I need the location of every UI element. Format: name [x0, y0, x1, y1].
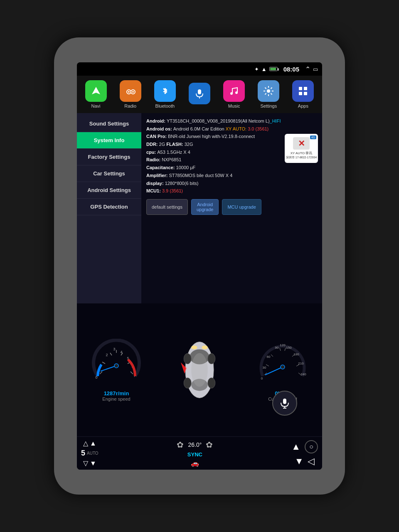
- svg-line-16: [110, 353, 112, 355]
- svg-point-4: [132, 91, 134, 93]
- sidebar-item-gps[interactable]: GPS Detection: [77, 199, 141, 215]
- mcu-row: MCU1: 3.9 (3561): [146, 187, 317, 195]
- info-buttons: default settings Androidupgrade MCU upgr…: [146, 199, 317, 215]
- android-row: Android: YT3518CH_00008_V008_20190819(Al…: [146, 117, 317, 125]
- svg-text:240: 240: [300, 372, 306, 376]
- amp-row: Amplifier: ST7850MOS bile duct 50W X 4: [146, 172, 317, 180]
- svg-line-46: [285, 348, 286, 351]
- window-icon: ▭: [313, 66, 318, 72]
- svg-text:3: 3: [113, 347, 115, 351]
- svg-line-29: [101, 366, 116, 371]
- nav-bar: Navi Radio: [77, 76, 322, 113]
- temperature-display: 26.0°: [188, 441, 202, 448]
- ac-up-small-btn[interactable]: △: [83, 439, 88, 447]
- signal-icon: ▲: [261, 66, 267, 72]
- nav-down-btn[interactable]: ▼: [295, 456, 304, 467]
- svg-text:30: 30: [263, 366, 266, 369]
- svg-line-45: [280, 348, 281, 351]
- svg-text:60: 60: [267, 355, 271, 359]
- fan-left-icon[interactable]: ✿: [177, 440, 184, 450]
- svg-point-2: [128, 91, 130, 93]
- nav-item-mic[interactable]: [189, 83, 210, 106]
- car-bottom-icon: 🚗: [191, 459, 199, 467]
- nav-up-btn[interactable]: ▲: [291, 441, 300, 452]
- clock: 08:05: [283, 66, 299, 73]
- engine-speed-gauge: 0 1 2 3 4 5 6 7: [91, 339, 141, 401]
- svg-point-35: [184, 353, 191, 364]
- 4g-label: 4G: [310, 135, 316, 139]
- svg-text:120: 120: [280, 343, 286, 347]
- dashboard-mic-button[interactable]: [272, 391, 297, 416]
- sidebar-item-factory[interactable]: Factory Settings: [77, 149, 141, 165]
- svg-text:2: 2: [106, 353, 108, 357]
- svg-text:210: 210: [298, 362, 304, 365]
- speed-gauge-visual: 0 30 60 90 120 150 180 210 240: [258, 339, 308, 389]
- status-bar: ✦ ▲ 08:05 ⌃ ▭: [77, 62, 322, 76]
- xy-contact: 深圳市 17-8622-172934: [286, 155, 317, 160]
- apps-icon: [292, 80, 314, 102]
- sidebar-item-car[interactable]: Car Settings: [77, 165, 141, 182]
- nav-item-music[interactable]: Music: [223, 80, 245, 108]
- sidebar-item-system[interactable]: System Info: [77, 132, 141, 149]
- svg-rect-13: [304, 92, 307, 95]
- default-settings-button[interactable]: default settings: [146, 199, 188, 215]
- ac-down-small-btn[interactable]: ▽: [83, 459, 88, 467]
- home-button[interactable]: ○: [305, 440, 318, 453]
- svg-text:90: 90: [275, 346, 279, 350]
- nav-item-apps[interactable]: Apps: [292, 80, 314, 108]
- settings-label: Settings: [260, 103, 277, 108]
- svg-line-14: [100, 372, 102, 374]
- engine-speed-label: Engine speed: [102, 397, 130, 401]
- svg-text:0: 0: [261, 377, 263, 380]
- back-btn[interactable]: ◁: [308, 456, 315, 467]
- svg-marker-0: [92, 87, 100, 94]
- android-upgrade-button[interactable]: Androidupgrade: [191, 199, 219, 215]
- svg-line-44: [271, 355, 273, 357]
- xy-brand: XY AUTO·掌讯: [291, 151, 313, 155]
- svg-point-30: [114, 364, 118, 368]
- mcu-upgrade-button[interactable]: MCU upgrade: [222, 199, 261, 215]
- dashboard: 0 1 2 3 4 5 6 7: [77, 303, 322, 436]
- svg-point-37: [184, 378, 191, 388]
- sidebar-item-android[interactable]: Android Settings: [77, 182, 141, 199]
- auto-label: AUTO: [87, 451, 99, 456]
- bluetooth-label: Bluetooth: [155, 103, 175, 108]
- svg-point-34: [191, 353, 208, 387]
- svg-line-15: [102, 362, 105, 364]
- nav-item-bluetooth[interactable]: Bluetooth: [154, 80, 176, 108]
- svg-point-38: [208, 378, 215, 388]
- svg-point-60: [281, 365, 285, 369]
- svg-point-40: [202, 346, 207, 350]
- svg-text:180: 180: [293, 352, 299, 356]
- nav-item-radio[interactable]: Radio: [120, 80, 141, 108]
- svg-rect-5: [198, 89, 201, 94]
- sidebar-item-sound[interactable]: Sound Settings: [77, 116, 141, 132]
- nav-item-navi[interactable]: Navi: [85, 80, 107, 108]
- svg-line-59: [265, 367, 283, 375]
- music-icon: [223, 80, 245, 102]
- status-icons: ✦ ▲ 08:05 ⌃ ▭: [254, 65, 318, 73]
- svg-point-7: [230, 92, 233, 95]
- settings-icon: [258, 80, 279, 102]
- expand-icon: ⌃: [305, 65, 310, 73]
- ac-up-btn[interactable]: ▲: [90, 440, 96, 447]
- svg-rect-10: [299, 87, 302, 90]
- display-row: display: 1280*800(6 bits): [146, 180, 317, 187]
- ac-down-btn[interactable]: ▼: [90, 460, 96, 467]
- bottom-bar: △ ▲ 5 AUTO ▽ ▼ ✿ 26.0° ✿ SY: [77, 436, 322, 470]
- sidebar: Sound Settings System Info Factory Setti…: [77, 113, 141, 303]
- android-os-row: Android os: Android 6.0M Car Edition XY …: [146, 125, 317, 133]
- svg-line-20: [131, 372, 133, 374]
- mic-nav-icon: [189, 83, 210, 104]
- fan-right-icon[interactable]: ✿: [206, 440, 213, 450]
- navi-label: Navi: [91, 103, 101, 108]
- engine-gauge-visual: 0 1 2 3 4 5 6 7: [91, 339, 141, 389]
- ac-number: 5: [81, 449, 85, 458]
- svg-text:150: 150: [286, 346, 292, 350]
- music-label: Music: [228, 103, 240, 108]
- car-svg: [175, 332, 224, 407]
- radio-label: Radio: [124, 103, 136, 108]
- nav-item-settings[interactable]: Settings: [258, 80, 279, 108]
- svg-point-39: [191, 346, 197, 350]
- outer-frame: ✦ ▲ 08:05 ⌃ ▭ Navi: [54, 37, 345, 495]
